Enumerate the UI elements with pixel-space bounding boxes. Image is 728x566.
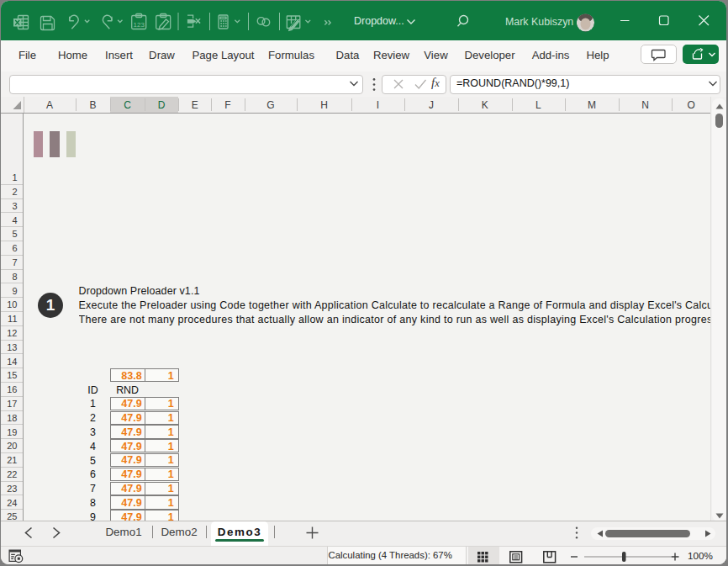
svg-text:123: 123	[134, 21, 145, 29]
